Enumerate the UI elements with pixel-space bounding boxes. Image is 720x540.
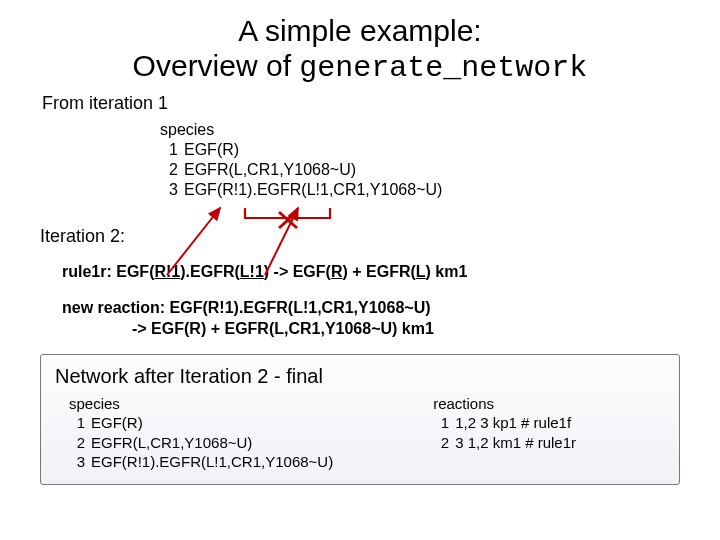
rule-line: rule1r: EGF(R!1).EGFR(L!1) -> EGF(R) + E… [62,261,680,283]
box-reaction-row: 23 1,2 km1 # rule1r [433,433,576,453]
species-block: species 1EGF(R) 2EGFR(L,CR1,Y1068~U) 3EG… [160,120,680,200]
box-reaction-row: 11,2 3 kp1 # rule1f [433,413,576,433]
species-header: species [160,120,680,140]
species-row: 2EGFR(L,CR1,Y1068~U) [160,160,680,180]
box-reactions-col: reactions 11,2 3 kp1 # rule1f 23 1,2 km1… [433,394,576,472]
title-code: generate_network [299,51,587,85]
box-title: Network after Iteration 2 - final [55,365,665,388]
new-reaction-line1: new reaction: EGF(R!1).EGFR(L!1,CR1,Y106… [62,299,431,316]
box-species-row: 3EGF(R!1).EGFR(L!1,CR1,Y1068~U) [69,452,333,472]
title-line2a: Overview of [133,49,300,82]
box-species-col: species 1EGF(R) 2EGFR(L,CR1,Y1068~U) 3EG… [69,394,333,472]
slide-title: A simple example: Overview of generate_n… [40,14,680,85]
iteration-2-label: Iteration 2: [40,226,680,247]
from-iteration-label: From iteration 1 [42,93,680,114]
new-reaction: new reaction: EGF(R!1).EGFR(L!1,CR1,Y106… [62,297,680,340]
final-network-box: Network after Iteration 2 - final specie… [40,354,680,485]
title-line1: A simple example: [238,14,481,47]
box-species-row: 2EGFR(L,CR1,Y1068~U) [69,433,333,453]
species-row: 1EGF(R) [160,140,680,160]
species-row: 3EGF(R!1).EGFR(L!1,CR1,Y1068~U) [160,180,680,200]
box-species-row: 1EGF(R) [69,413,333,433]
new-reaction-line2: -> EGF(R) + EGFR(L,CR1,Y1068~U) km1 [132,318,680,340]
